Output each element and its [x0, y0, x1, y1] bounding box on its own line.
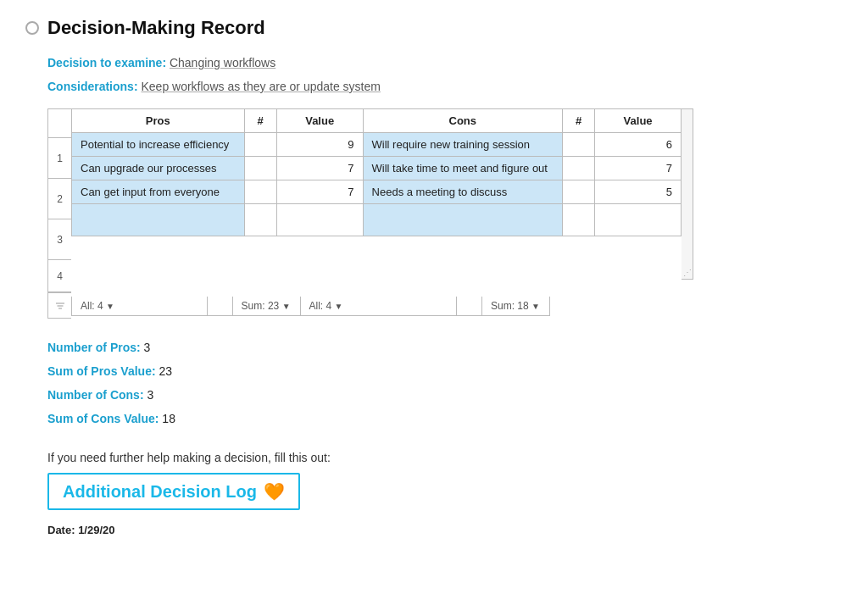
- pro-hash-1: [244, 133, 276, 157]
- con-value-3[interactable]: 5: [595, 180, 682, 204]
- date-label: Date:: [47, 524, 75, 536]
- con-value-2[interactable]: 7: [595, 157, 682, 180]
- page-header: Decision-Making Record: [25, 17, 843, 39]
- additional-decision-log-button[interactable]: Additional Decision Log 🧡: [47, 473, 300, 510]
- date-value: 1/29/20: [78, 524, 114, 536]
- pro-hash-4: [244, 204, 276, 236]
- pro-value-3[interactable]: 7: [276, 180, 363, 204]
- page-title: Decision-Making Record: [47, 17, 265, 39]
- additional-log-emoji: 🧡: [264, 481, 285, 502]
- decision-label: Decision to examine:: [47, 56, 166, 69]
- num-cons-value: 3: [147, 388, 153, 402]
- pro-hash-3: [244, 180, 276, 204]
- table-row[interactable]: [72, 204, 682, 236]
- decision-value: Changing workflows: [170, 56, 275, 69]
- considerations-field: Considerations: Keep workflows as they a…: [25, 80, 843, 93]
- sum-pros-label: Sum of Pros Value:: [47, 364, 156, 378]
- con-hash-3: [563, 180, 595, 204]
- sum-cons-line: Sum of Cons Value: 18: [47, 407, 843, 430]
- con-text-4[interactable]: [363, 204, 562, 236]
- table-row[interactable]: Can upgrade our processes 7 Will take ti…: [72, 157, 682, 180]
- num-pros-line: Number of Pros: 3: [47, 336, 843, 359]
- row-num-header: [48, 109, 71, 138]
- pro-text-1[interactable]: Potential to increase efficiency: [72, 133, 245, 157]
- num-pros-label: Number of Pros:: [47, 341, 141, 354]
- sum-cons-label: Sum of Cons Value:: [47, 412, 159, 425]
- con-hash-2: [563, 157, 595, 180]
- sum-pros-value: 23: [159, 364, 172, 378]
- pro-value-1[interactable]: 9: [276, 133, 363, 157]
- row-num-2: 2: [48, 179, 71, 219]
- footer-cons-sum[interactable]: Sum: 18 ▼: [482, 297, 550, 316]
- footer-pros-hash: [207, 297, 232, 316]
- con-text-1[interactable]: Will require new training session: [363, 133, 562, 157]
- resize-handle[interactable]: ⋰: [682, 108, 693, 280]
- footer-pros-all[interactable]: All: 4 ▼: [72, 297, 208, 316]
- date-line: Date: 1/29/20: [25, 524, 843, 536]
- pro-hash-2: [244, 157, 276, 180]
- pro-text-3[interactable]: Can get input from everyone: [72, 180, 245, 204]
- considerations-label: Considerations:: [47, 80, 138, 93]
- row-num-3: 3: [48, 219, 71, 260]
- num-cons-label: Number of Cons:: [47, 388, 144, 402]
- con-hash-4: [563, 204, 595, 236]
- con-value-1[interactable]: 6: [595, 133, 682, 157]
- pros-hash-header: #: [244, 109, 276, 133]
- footer-pros-sum[interactable]: Sum: 23 ▼: [232, 297, 300, 316]
- table-row[interactable]: Potential to increase efficiency 9 Will …: [72, 133, 682, 157]
- footer-cons-hash: [457, 297, 482, 316]
- con-text-3[interactable]: Needs a meeting to discuss: [363, 180, 562, 204]
- num-cons-line: Number of Cons: 3: [47, 383, 843, 407]
- decision-field: Decision to examine: Changing workflows: [25, 56, 843, 69]
- sum-cons-value: 18: [162, 412, 175, 425]
- pro-value-4[interactable]: [276, 204, 363, 236]
- con-value-4[interactable]: [595, 204, 682, 236]
- pros-value-header: Value: [276, 109, 363, 133]
- filter-icon[interactable]: [47, 293, 71, 319]
- stats-section: Number of Pros: 3 Sum of Pros Value: 23 …: [25, 336, 843, 430]
- cons-value-header: Value: [595, 109, 682, 133]
- additional-log-label: Additional Decision Log: [63, 482, 257, 502]
- cons-header: Cons: [363, 109, 562, 133]
- row-num-1: 1: [48, 138, 71, 179]
- pro-value-2[interactable]: 7: [276, 157, 363, 180]
- con-text-2[interactable]: Will take time to meet and figure out: [363, 157, 562, 180]
- pro-text-2[interactable]: Can upgrade our processes: [72, 157, 245, 180]
- sum-pros-line: Sum of Pros Value: 23: [47, 359, 843, 383]
- header-radio[interactable]: [25, 21, 39, 35]
- table-row[interactable]: Can get input from everyone 7 Needs a me…: [72, 180, 682, 204]
- row-num-4: 4: [48, 260, 71, 292]
- cons-hash-header: #: [563, 109, 595, 133]
- considerations-value: Keep workflows as they are or update sys…: [141, 80, 380, 93]
- table-footer: All: 4 ▼ Sum: 23 ▼ All: 4 ▼ Sum: 18 ▼: [71, 297, 550, 316]
- pro-text-4[interactable]: [72, 204, 245, 236]
- con-hash-1: [563, 133, 595, 157]
- num-pros-value: 3: [144, 341, 151, 354]
- footer-cons-all[interactable]: All: 4 ▼: [300, 297, 457, 316]
- pros-header: Pros: [72, 109, 245, 133]
- pros-cons-table: Pros # Value Cons # Value Potential to i…: [71, 108, 682, 236]
- help-text: If you need further help making a decisi…: [47, 451, 843, 464]
- help-section: If you need further help making a decisi…: [25, 451, 843, 510]
